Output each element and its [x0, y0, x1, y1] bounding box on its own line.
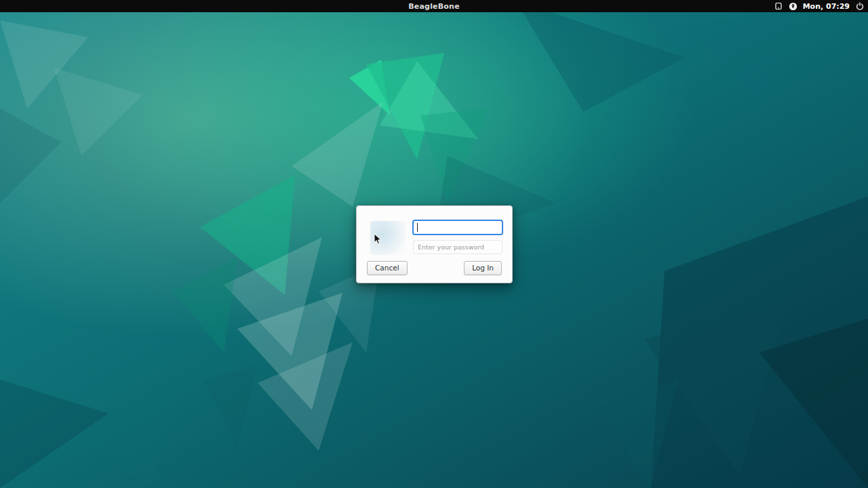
power-icon[interactable]: [855, 2, 864, 11]
clock[interactable]: Mon, 07:29: [803, 2, 850, 11]
screen-share-icon[interactable]: [774, 2, 783, 11]
text-caret: [417, 223, 418, 232]
accessibility-icon[interactable]: [789, 2, 797, 11]
system-status-area[interactable]: Mon, 07:29: [774, 0, 864, 12]
dialog-button-row: Cancel Log In: [357, 261, 512, 275]
password-input[interactable]: [412, 220, 503, 235]
top-panel: BeagleBone Mon, 07:29: [0, 0, 868, 12]
password-hint-text: Enter your password: [418, 243, 484, 251]
login-button[interactable]: Log In: [464, 261, 502, 275]
authentication-dialog: Enter your password Cancel Log In: [356, 205, 513, 283]
panel-title: BeagleBone: [408, 2, 460, 11]
password-hint-field[interactable]: Enter your password: [413, 240, 502, 254]
cancel-button[interactable]: Cancel: [367, 261, 408, 275]
auth-avatar-image: [370, 221, 406, 255]
